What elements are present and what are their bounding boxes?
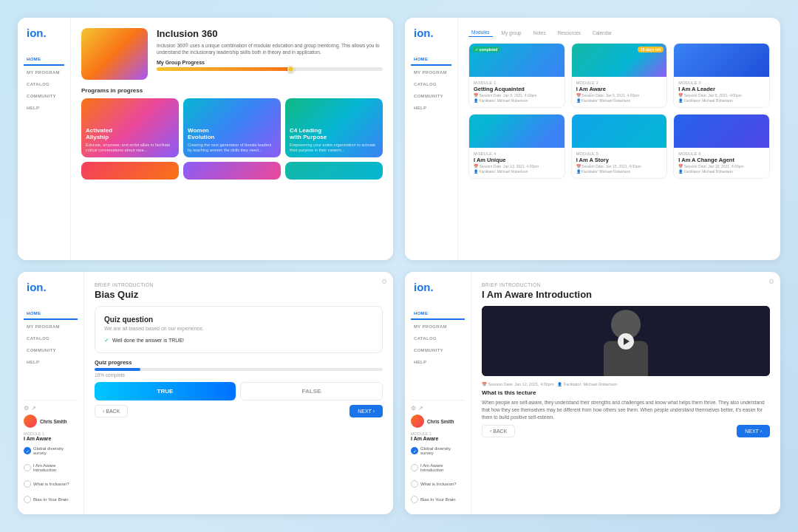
module-card-4[interactable]: MODULE 4 I Am Unique 📅 Session Date: Jan… xyxy=(468,114,565,179)
settings-icon-3[interactable]: ⚙ xyxy=(24,405,29,412)
module-img-2: 15 days left xyxy=(572,44,667,77)
menu-item-3-1[interactable]: ✓ Global diversity survey xyxy=(24,444,78,457)
module-card-5[interactable]: MODULE 5 I Am A Story 📅 Session Date: Ja… xyxy=(571,114,668,179)
module-facilitator-2: 👤 Facilitator: Michael Robertson xyxy=(576,98,663,103)
check-icon-4-1: ✓ xyxy=(411,447,418,454)
sidebar-myprogram-4[interactable]: MY PROGRAM xyxy=(411,321,465,332)
sidebar-home-1[interactable]: HOME xyxy=(24,54,64,66)
settings-icon-panel4[interactable]: ⚙ xyxy=(768,278,774,285)
check-empty-4-4 xyxy=(411,496,418,503)
sidebar-community-2[interactable]: COMMUNITY xyxy=(411,91,451,101)
sidebar-myprogram-1[interactable]: MY PROGRAM xyxy=(24,67,64,78)
progress-thumb xyxy=(287,66,294,72)
program-desc-1: Educate, empower, and enlist allies to f… xyxy=(86,143,174,153)
play-button[interactable] xyxy=(618,333,634,349)
module-img-4 xyxy=(469,115,565,148)
menu-item-3-3[interactable]: What is Inclusion? xyxy=(24,478,78,490)
quiz-question-title: Quiz question xyxy=(104,316,373,324)
quiz-page-title: Bias Quiz xyxy=(95,289,383,300)
quiz-question-subtitle: We are all biased based on our experienc… xyxy=(104,326,373,331)
module-body-6: MODULE 6 I Am A Change Agent 📅 Session D… xyxy=(674,148,769,178)
module-card-2[interactable]: 15 days left MODULE 2 I Am Aware 📅 Sessi… xyxy=(571,43,668,108)
sidebar-help-2[interactable]: HELP xyxy=(411,103,451,113)
sidebar-catalog-3[interactable]: CATALOG xyxy=(24,333,78,344)
sidebar-home-3[interactable]: HOME xyxy=(24,308,78,320)
module-facilitator-4: 👤 Facilitator: Michael Robertson xyxy=(474,169,560,174)
next-button-4[interactable]: NEXT › xyxy=(737,425,770,437)
menu-item-3-4[interactable]: Bias In Your Brain xyxy=(24,494,78,505)
module-title-5: I Am A Story xyxy=(576,157,663,163)
menu-item-4-1[interactable]: ✓ Global diversity survey xyxy=(411,444,465,457)
program-card-4[interactable] xyxy=(81,162,179,180)
menu-item-3-2[interactable]: I Am Aware Introduction xyxy=(24,461,78,474)
module-card-1[interactable]: ✓ completed MODULE 1 Getting Acquainted … xyxy=(468,43,565,108)
programs-grid: ActivatedAllyship Educate, empower, and … xyxy=(81,98,383,180)
sidebar-community-3[interactable]: COMMUNITY xyxy=(24,345,78,355)
sidebar-nav-1: HOME MY PROGRAM CATALOG COMMUNITY HELP xyxy=(24,54,64,113)
panel4-main: ⚙ BRIEF INTRODUCTION I Am Aware Introduc… xyxy=(471,272,780,514)
quiz-percent: 16% complete xyxy=(95,372,383,378)
days-badge-2: 15 days left xyxy=(638,47,664,52)
sidebar-catalog-4[interactable]: CATALOG xyxy=(411,333,465,344)
tab-mygroup[interactable]: My group xyxy=(499,29,525,37)
sidebar-catalog-1[interactable]: CATALOG xyxy=(24,79,64,89)
sidebar-2: ion. HOME MY PROGRAM CATALOG COMMUNITY H… xyxy=(405,18,458,260)
module-card-6[interactable]: MODULE 6 I Am A Change Agent 📅 Session D… xyxy=(673,114,770,179)
back-button-3[interactable]: ‹ BACK xyxy=(95,405,128,417)
share-icon-4[interactable]: ↗ xyxy=(418,405,423,412)
sidebar-catalog-2[interactable]: CATALOG xyxy=(411,79,451,89)
settings-icon-4[interactable]: ⚙ xyxy=(411,405,416,412)
sidebar-help-3[interactable]: HELP xyxy=(24,357,78,367)
true-button[interactable]: TRUE xyxy=(95,382,236,400)
program-card-5[interactable] xyxy=(183,162,281,180)
play-icon xyxy=(624,338,630,345)
sidebar-nav-3: HOME MY PROGRAM CATALOG COMMUNITY HELP xyxy=(24,308,78,367)
check-empty-3-2 xyxy=(24,464,31,471)
module-number-5: MODULE 5 xyxy=(576,151,663,156)
menu-item-4-4[interactable]: Bias In Your Brain xyxy=(411,494,465,505)
progress-label: My Group Progress xyxy=(157,60,383,65)
menu-item-4-3[interactable]: What is Inclusion? xyxy=(411,478,465,490)
program-card-1[interactable]: ActivatedAllyship Educate, empower, and … xyxy=(81,98,179,157)
modules-grid: ✓ completed MODULE 1 Getting Acquainted … xyxy=(468,43,770,179)
sidebar-community-1[interactable]: COMMUNITY xyxy=(24,91,64,101)
share-icon-3[interactable]: ↗ xyxy=(31,405,36,412)
module-body-1: MODULE 1 Getting Acquainted 📅 Session Da… xyxy=(469,77,565,107)
back-button-4[interactable]: ‹ BACK xyxy=(482,425,515,437)
next-button-3[interactable]: NEXT › xyxy=(349,405,383,417)
program-card-6[interactable] xyxy=(285,162,383,180)
sidebar-community-4[interactable]: COMMUNITY xyxy=(411,345,465,355)
avatar-4 xyxy=(411,415,424,428)
sidebar-help-4[interactable]: HELP xyxy=(411,357,465,367)
sidebar-home-4[interactable]: HOME xyxy=(411,308,465,320)
quiz-answer: ✓ Well done the answer is TRUE! xyxy=(104,337,373,344)
tab-notes[interactable]: Notes xyxy=(531,29,549,37)
menu-item-4-2[interactable]: I Am Aware Introduction xyxy=(411,461,465,474)
tab-modules[interactable]: Modules xyxy=(468,28,493,37)
program-card-3[interactable]: C4 Leadingwith Purpose Empowering your e… xyxy=(285,98,383,157)
module-body-2: MODULE 2 I Am Aware 📅 Session Date: Jan … xyxy=(572,77,667,107)
quiz-progress-fill xyxy=(95,368,140,371)
sidebar-home-2[interactable]: HOME xyxy=(411,54,451,66)
quiz-progress-section: Quiz progress 16% complete xyxy=(95,359,383,378)
settings-icon-panel3[interactable]: ⚙ xyxy=(381,278,387,285)
module-facilitator-6: 👤 Facilitator: Michael Robertson xyxy=(678,169,765,174)
false-button[interactable]: FALSE xyxy=(240,382,383,400)
user-name-4: Chris Smith xyxy=(427,419,454,424)
module-card-3[interactable]: MODULE 3 I Am A Leader 📅 Session Date: J… xyxy=(673,43,770,108)
tab-calendar[interactable]: Calendar xyxy=(590,29,615,37)
module-number-2: MODULE 2 xyxy=(576,81,663,85)
module-facilitator-3: 👤 Facilitator: Michael Robertson xyxy=(678,98,765,103)
tab-resources[interactable]: Resources xyxy=(555,29,584,37)
panel-quiz: ion. HOME MY PROGRAM CATALOG COMMUNITY H… xyxy=(18,272,393,514)
video-thumbnail[interactable] xyxy=(482,306,770,376)
sidebar-myprogram-3[interactable]: MY PROGRAM xyxy=(24,321,78,332)
progress-fill xyxy=(157,67,293,71)
program-desc-3: Empowering your entire organization to a… xyxy=(290,143,378,153)
logo-2: ion. xyxy=(411,27,451,39)
program-desc-2: Creating the next generation of female l… xyxy=(188,143,276,153)
sidebar-myprogram-2[interactable]: MY PROGRAM xyxy=(411,67,451,78)
sidebar-help-1[interactable]: HELP xyxy=(24,103,64,113)
module-meta-1: 📅 Session Date: Jan 3, 2021, 4:00pm xyxy=(474,93,560,98)
program-card-2[interactable]: WomenEvolution Creating the next generat… xyxy=(183,98,281,157)
